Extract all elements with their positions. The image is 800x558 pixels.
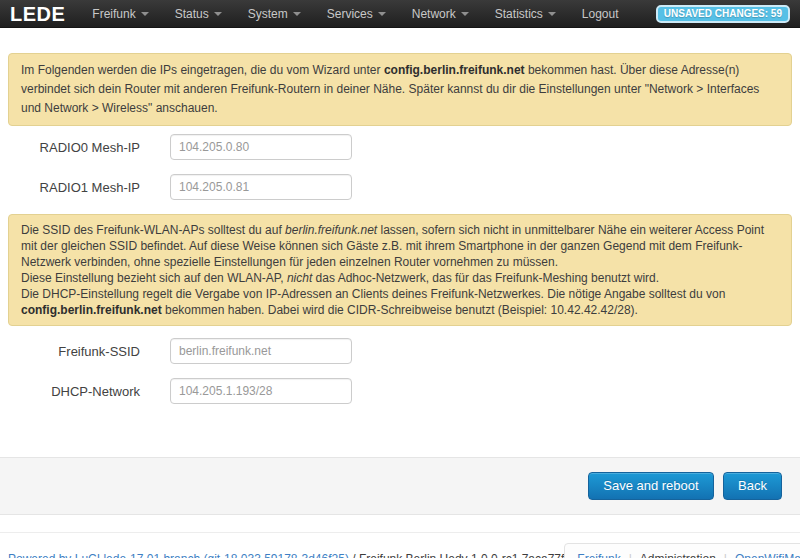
unsaved-changes-badge[interactable]: UNSAVED CHANGES: 59	[656, 5, 790, 23]
radio0-mesh-ip-label: RADIO0 Mesh-IP	[8, 140, 140, 155]
menu-item-logout[interactable]: Logout	[569, 0, 632, 28]
menu-item-label: Services	[327, 7, 373, 21]
freifunk-ssid-input[interactable]	[170, 338, 352, 364]
menu-item-label: Freifunk	[92, 7, 135, 21]
form-row-radio0-mesh-ip: RADIO0 Mesh-IP	[8, 134, 792, 160]
menu-item-statistics[interactable]: Statistics	[482, 0, 569, 28]
notice-text: das Adhoc-Netzwerk, das für das Freifunk…	[312, 271, 659, 285]
notice-italic-nicht: nicht	[287, 271, 312, 285]
notice-bold-hostname: config.berlin.freifunk.net	[384, 63, 525, 77]
footer-link-administration[interactable]: Administration	[640, 552, 716, 558]
menu-item-status[interactable]: Status	[162, 0, 235, 28]
chevron-down-icon	[378, 12, 386, 16]
footer-divider: |	[724, 552, 727, 558]
freifunk-ssid-label: Freifunk-SSID	[8, 344, 140, 359]
chevron-down-icon	[461, 12, 469, 16]
main-menu: Freifunk Status System Services Network …	[79, 0, 631, 27]
menu-item-label: System	[248, 7, 288, 21]
ssid-dhcp-notice: Die SSID des Freifunk-WLAN-APs solltest …	[8, 214, 792, 326]
notice-italic-ssid: berlin.freifunk.net	[285, 223, 377, 237]
notice-bold-hostname: config.berlin.freifunk.net	[21, 303, 162, 317]
notice-paragraph: Die SSID des Freifunk-WLAN-APs solltest …	[21, 222, 779, 270]
powered-by-luci-link[interactable]: Powered by LuCI lede-17.01 branch (git-1…	[8, 552, 349, 558]
dhcp-network-label: DHCP-Network	[8, 384, 140, 399]
chevron-down-icon	[141, 12, 149, 16]
footer-view-switcher: Freifunk|Administration|OpenWifiMap	[564, 543, 800, 558]
chevron-down-icon	[548, 12, 556, 16]
chevron-down-icon	[214, 12, 222, 16]
radio0-mesh-ip-input[interactable]	[170, 134, 352, 160]
menu-item-label: Network	[412, 7, 456, 21]
radio1-mesh-ip-input[interactable]	[170, 174, 352, 200]
lede-logo[interactable]: LEDE	[10, 0, 65, 28]
menu-item-label: Logout	[582, 7, 619, 21]
save-and-reboot-button[interactable]: Save and reboot	[588, 472, 713, 500]
back-button[interactable]: Back	[723, 472, 782, 500]
notice-text: Diese Einstellung bezieht sich auf den W…	[21, 271, 287, 285]
notice-paragraph: Diese Einstellung bezieht sich auf den W…	[21, 270, 779, 286]
wizard-content: Im Folgenden werden die IPs eingetragen,…	[0, 28, 800, 515]
notice-text: Im Folgenden werden die IPs eingetragen,…	[21, 63, 384, 77]
footer-link-freifunk[interactable]: Freifunk	[577, 552, 620, 558]
dhcp-network-input[interactable]	[170, 378, 352, 404]
notice-paragraph: Die DHCP-Einstellung regelt die Vergabe …	[21, 286, 779, 318]
notice-text: Die DHCP-Einstellung regelt die Vergabe …	[21, 287, 725, 301]
top-navbar: LEDE Freifunk Status System Services Net…	[0, 0, 800, 28]
notice-text: bekommen haben. Dabei wird die CIDR-Schr…	[162, 303, 638, 317]
page-footer: Powered by LuCI lede-17.01 branch (git-1…	[0, 532, 800, 558]
notice-text: Die SSID des Freifunk-WLAN-APs solltest …	[21, 223, 285, 237]
menu-item-services[interactable]: Services	[314, 0, 399, 28]
footer-credits: Powered by LuCI lede-17.01 branch (git-1…	[8, 552, 564, 558]
footer-link-openwifimap[interactable]: OpenWifiMap	[735, 552, 800, 558]
menu-item-label: Statistics	[495, 7, 543, 21]
footer-divider: |	[629, 552, 632, 558]
form-row-radio1-mesh-ip: RADIO1 Mesh-IP	[8, 174, 792, 200]
mesh-ip-notice: Im Folgenden werden die IPs eingetragen,…	[8, 53, 792, 126]
form-row-freifunk-ssid: Freifunk-SSID	[8, 338, 792, 364]
chevron-down-icon	[293, 12, 301, 16]
menu-item-label: Status	[175, 7, 209, 21]
radio1-mesh-ip-label: RADIO1 Mesh-IP	[8, 180, 140, 195]
menu-item-system[interactable]: System	[235, 0, 314, 28]
form-actions-bar: Save and reboot Back	[0, 457, 800, 515]
form-row-dhcp-network: DHCP-Network	[8, 378, 792, 404]
menu-item-freifunk[interactable]: Freifunk	[79, 0, 161, 28]
menu-item-network[interactable]: Network	[399, 0, 482, 28]
firmware-version-text: / Freifunk Berlin Hedy 1.0.0-rc1 7aca77f	[349, 552, 564, 558]
